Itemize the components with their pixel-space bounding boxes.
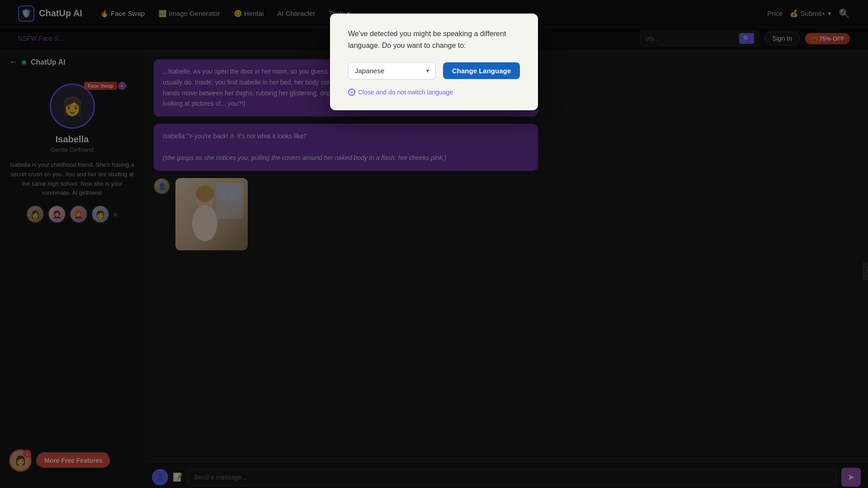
language-modal-overlay: We've detected you might be speaking a d… — [0, 0, 868, 488]
close-language-link[interactable]: ✕ Close and do not switch language — [348, 89, 520, 96]
close-language-label: Close and do not switch language — [358, 89, 453, 96]
change-language-button[interactable]: Change Language — [443, 62, 520, 79]
language-modal: We've detected you might be speaking a d… — [330, 14, 538, 110]
close-icon: ✕ — [348, 89, 355, 96]
language-select-wrapper[interactable]: Japanese English Spanish French German C… — [348, 62, 436, 80]
language-select[interactable]: Japanese English Spanish French German C… — [348, 62, 436, 80]
modal-description: We've detected you might be speaking a d… — [348, 28, 520, 51]
modal-controls: Japanese English Spanish French German C… — [348, 62, 520, 80]
